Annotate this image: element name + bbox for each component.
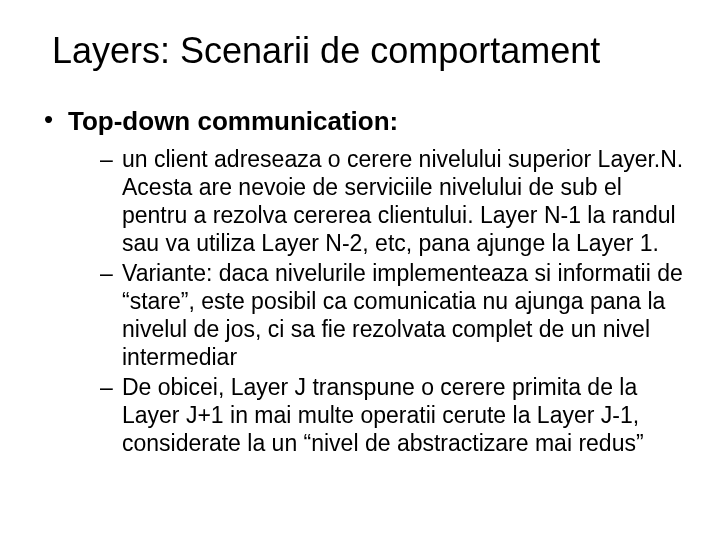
sub-bullet-2: Variante: daca nivelurile implementeaza … xyxy=(100,259,684,371)
bullet-item-1: Top-down communication: un client adrese… xyxy=(42,106,684,458)
sub-bullet-list: un client adreseaza o cerere nivelului s… xyxy=(68,145,684,458)
slide-title: Layers: Scenarii de comportament xyxy=(52,30,684,72)
bullet-item-1-text: Top-down communication: xyxy=(68,106,398,136)
bullet-list: Top-down communication: un client adrese… xyxy=(36,106,684,458)
sub-bullet-1: un client adreseaza o cerere nivelului s… xyxy=(100,145,684,257)
sub-bullet-3: De obicei, Layer J transpune o cerere pr… xyxy=(100,373,684,457)
slide: Layers: Scenarii de comportament Top-dow… xyxy=(0,0,720,540)
